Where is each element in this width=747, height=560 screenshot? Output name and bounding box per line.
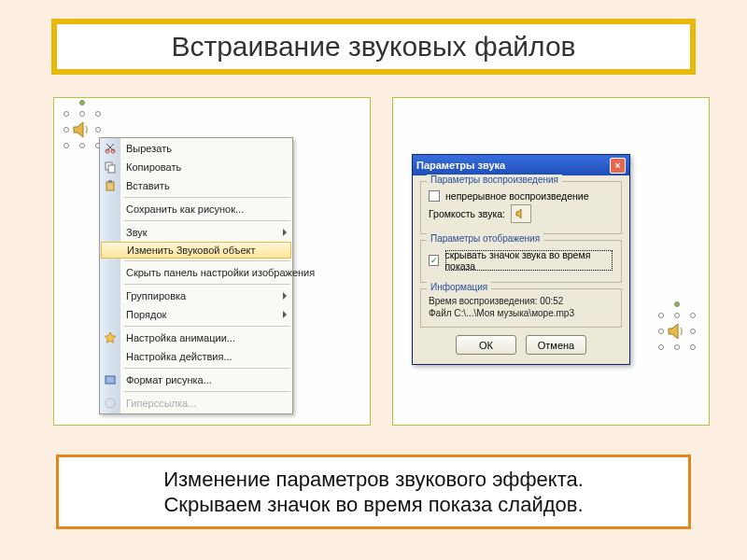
- info-file: Файл C:\...\Моя музыка\море.mp3: [429, 307, 613, 319]
- speaker-object-left[interactable]: [63, 111, 101, 148]
- star-icon: [103, 330, 118, 345]
- globe-icon: [103, 396, 118, 411]
- close-icon: ×: [615, 161, 621, 171]
- menu-grouping[interactable]: Группировка: [100, 287, 292, 305]
- speaker-icon: [666, 320, 688, 343]
- menu-paste[interactable]: Вставить: [100, 176, 292, 195]
- menu-cut[interactable]: Вырезать: [100, 139, 292, 158]
- page-title: Встраивание звуковых файлов: [51, 19, 696, 75]
- dialog-titlebar[interactable]: Параметры звука ×: [413, 155, 629, 175]
- speaker-icon: [71, 119, 93, 141]
- menu-separator: [124, 368, 290, 369]
- caption-line2: Скрываем значок во время показа слайдов.: [163, 492, 583, 518]
- playback-fieldset-title: Параметры воспроизведения: [427, 175, 562, 185]
- volume-button[interactable]: [511, 204, 531, 223]
- menu-sound-label: Звук: [126, 227, 148, 238]
- resize-handle[interactable]: [79, 111, 85, 117]
- menu-copy-label: Копировать: [126, 161, 181, 173]
- resize-handle[interactable]: [63, 143, 69, 148]
- menu-action-settings-label: Настройка действия...: [126, 351, 233, 362]
- caption-line1: Изменение параметров звукового эффекта.: [163, 467, 584, 493]
- menu-action-settings[interactable]: Настройка действия...: [100, 347, 292, 366]
- menu-edit-sound-object[interactable]: Изменить Звуковой объект: [101, 242, 291, 259]
- hide-icon-checkbox[interactable]: ✓: [429, 255, 439, 266]
- menu-cut-label: Вырезать: [126, 143, 172, 154]
- svg-rect-5: [108, 180, 112, 183]
- display-fieldset: Параметры отображения ✓ скрывать значок …: [420, 240, 622, 283]
- menu-format-picture-label: Формат рисунка...: [126, 374, 212, 385]
- resize-handle[interactable]: [95, 127, 101, 133]
- cancel-button-label: Отмена: [538, 340, 574, 351]
- cancel-button[interactable]: Отмена: [526, 335, 586, 355]
- menu-separator: [124, 220, 290, 221]
- ok-button[interactable]: ОК: [456, 335, 516, 355]
- menu-order-label: Порядок: [126, 309, 166, 320]
- panel-dialog: Параметры звука × Параметры воспроизведе…: [392, 97, 710, 426]
- resize-handle[interactable]: [63, 127, 69, 133]
- page-title-text: Встраивание звуковых файлов: [171, 31, 575, 63]
- resize-handle[interactable]: [658, 344, 664, 350]
- menu-format-picture[interactable]: Формат рисунка...: [100, 371, 292, 389]
- scissors-icon: [103, 141, 118, 156]
- caption: Изменение параметров звукового эффекта. …: [56, 455, 691, 529]
- resize-handle[interactable]: [674, 313, 680, 318]
- menu-edit-sound-object-label: Изменить Звуковой объект: [127, 245, 256, 256]
- rotate-handle[interactable]: [79, 100, 85, 105]
- menu-custom-animation[interactable]: Настройка анимации...: [100, 329, 292, 347]
- hide-icon-label: скрывать значок звука во время показа: [444, 249, 613, 272]
- resize-handle[interactable]: [658, 329, 664, 334]
- context-menu: Вырезать Копировать Вставить Сохранить к…: [99, 137, 293, 414]
- speaker-small-icon: [514, 207, 528, 220]
- format-icon: [103, 372, 118, 387]
- paste-icon: [103, 178, 118, 193]
- chevron-right-icon: [283, 311, 287, 318]
- svg-rect-3: [108, 165, 115, 173]
- menu-grouping-label: Группировка: [126, 290, 186, 301]
- speaker-object-right[interactable]: [658, 313, 696, 350]
- info-duration: Время воспроизведения: 00:52: [429, 295, 613, 307]
- info-fieldset: Информация Время воспроизведения: 00:52 …: [420, 288, 622, 328]
- resize-handle[interactable]: [674, 344, 680, 350]
- resize-handle[interactable]: [690, 313, 696, 318]
- resize-handle[interactable]: [63, 111, 69, 117]
- menu-save-as-picture[interactable]: Сохранить как рисунок...: [100, 200, 292, 218]
- menu-hide-picture-toolbar[interactable]: Скрыть панель настройки изображения: [100, 263, 292, 282]
- resize-handle[interactable]: [690, 344, 696, 350]
- volume-label: Громкость звука:: [429, 208, 505, 219]
- loop-label: непрерывное воспроизведение: [445, 190, 589, 202]
- menu-hyperlink: Гиперссылка...: [100, 394, 292, 413]
- menu-hide-picture-toolbar-label: Скрыть панель настройки изображения: [126, 267, 315, 278]
- panel-context-menu: Вырезать Копировать Вставить Сохранить к…: [53, 97, 371, 426]
- ok-button-label: ОК: [479, 340, 493, 351]
- resize-handle[interactable]: [658, 313, 664, 318]
- menu-custom-animation-label: Настройка анимации...: [126, 332, 235, 343]
- loop-checkbox[interactable]: [429, 190, 440, 202]
- menu-separator: [124, 326, 290, 327]
- svg-point-7: [106, 399, 115, 408]
- resize-handle[interactable]: [95, 111, 101, 117]
- menu-paste-label: Вставить: [126, 180, 170, 191]
- chevron-right-icon: [283, 229, 287, 236]
- menu-separator: [124, 197, 290, 198]
- svg-rect-4: [106, 182, 114, 190]
- dialog-buttons: ОК Отмена: [413, 329, 629, 364]
- resize-handle[interactable]: [79, 143, 85, 148]
- menu-separator: [124, 284, 290, 285]
- sound-options-dialog: Параметры звука × Параметры воспроизведе…: [412, 154, 630, 365]
- svg-rect-6: [106, 376, 115, 384]
- menu-order[interactable]: Порядок: [100, 305, 292, 324]
- dialog-title: Параметры звука: [416, 160, 505, 171]
- playback-fieldset: Параметры воспроизведения непрерывное во…: [420, 181, 622, 234]
- menu-copy[interactable]: Копировать: [100, 158, 292, 176]
- menu-save-as-picture-label: Сохранить как рисунок...: [126, 203, 244, 215]
- menu-sound[interactable]: Звук: [100, 223, 292, 242]
- info-fieldset-title: Информация: [427, 282, 491, 292]
- copy-icon: [103, 160, 118, 175]
- rotate-handle[interactable]: [674, 301, 680, 307]
- chevron-right-icon: [283, 292, 287, 300]
- menu-separator: [124, 391, 290, 392]
- menu-hyperlink-label: Гиперссылка...: [126, 398, 196, 409]
- close-button[interactable]: ×: [610, 158, 626, 174]
- resize-handle[interactable]: [690, 329, 696, 334]
- menu-separator: [124, 260, 290, 261]
